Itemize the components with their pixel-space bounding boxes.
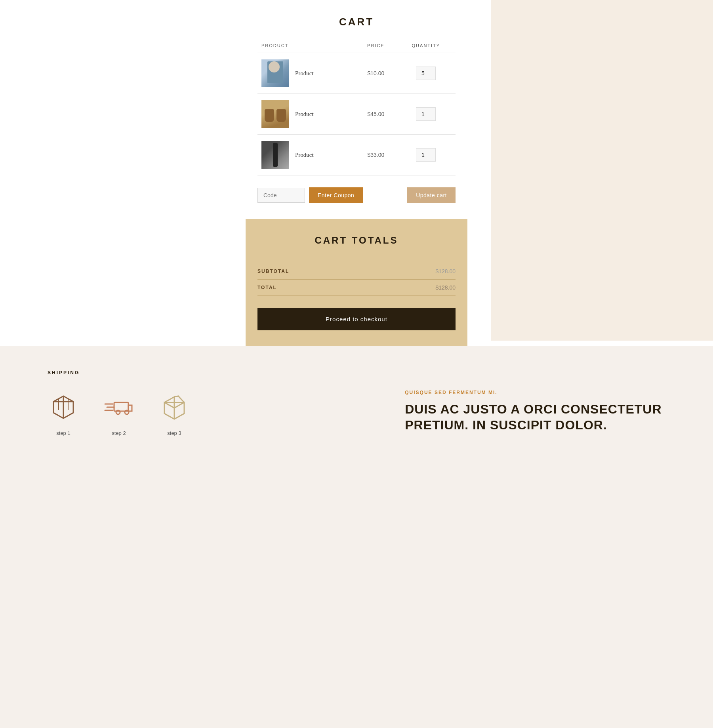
box-icon bbox=[48, 391, 79, 423]
product-image-1 bbox=[261, 59, 289, 87]
product-cell-1: Product bbox=[257, 53, 355, 94]
col-price: PRICE bbox=[355, 40, 397, 53]
totals-divider bbox=[257, 256, 456, 256]
cart-container: CART PRODUCT PRICE QUANTITY bbox=[246, 0, 467, 219]
promo-subtitle: QUISQUE SED FERMENTUM MI. bbox=[405, 390, 665, 395]
step-2-label: step 2 bbox=[112, 430, 126, 436]
shipping-step-3: step 3 bbox=[158, 391, 190, 436]
shipping-title: SHIPPING bbox=[48, 370, 373, 375]
open-box-icon bbox=[158, 391, 190, 423]
subtotal-label: SUBTOTAL bbox=[257, 269, 289, 274]
promo-section: QUISQUE SED FERMENTUM MI. DUIS AC JUSTO … bbox=[405, 370, 665, 433]
promo-heading: DUIS AC JUSTO A ORCI CONSECTETUR PRETIUM… bbox=[405, 401, 665, 433]
product-cell-3: Product bbox=[257, 135, 355, 175]
subtotal-value: $128.00 bbox=[435, 268, 456, 274]
truck-icon bbox=[103, 391, 135, 423]
product-price-2: $45.00 bbox=[355, 94, 397, 135]
product-name-1: Product bbox=[295, 70, 314, 77]
quantity-input-3[interactable] bbox=[416, 148, 436, 162]
total-value: $128.00 bbox=[435, 284, 456, 291]
quantity-input-1[interactable] bbox=[416, 67, 436, 80]
shipping-step-1: step 1 bbox=[48, 391, 79, 436]
proceed-to-checkout-button[interactable]: Proceed to checkout bbox=[257, 308, 456, 330]
right-background bbox=[491, 0, 713, 341]
bottom-section: SHIPPING step 1 bbox=[0, 346, 713, 468]
product-price-3: $33.00 bbox=[355, 135, 397, 175]
product-image-3 bbox=[261, 141, 289, 169]
table-row: Product $10.00 bbox=[257, 53, 456, 94]
product-image-2 bbox=[261, 100, 289, 128]
product-cell-2: Product bbox=[257, 94, 355, 135]
svg-point-10 bbox=[125, 410, 129, 414]
table-row: Product $45.00 bbox=[257, 94, 456, 135]
quantity-input-2[interactable] bbox=[416, 107, 436, 121]
total-row: TOTAL $128.00 bbox=[257, 280, 456, 296]
col-quantity: QUANTITY bbox=[397, 40, 456, 53]
product-name-2: Product bbox=[295, 111, 314, 118]
cart-table: PRODUCT PRICE QUANTITY Product bbox=[257, 40, 456, 175]
svg-point-9 bbox=[116, 410, 120, 414]
cart-totals-section: CART TOTALS SUBTOTAL $128.00 TOTAL $128.… bbox=[246, 219, 467, 346]
top-section: CART PRODUCT PRICE QUANTITY bbox=[0, 0, 713, 346]
product-price-1: $10.00 bbox=[355, 53, 397, 94]
update-cart-button[interactable]: Update cart bbox=[407, 187, 456, 203]
step-3-label: step 3 bbox=[167, 430, 181, 436]
product-name-3: Product bbox=[295, 152, 314, 158]
cart-totals-title: CART TOTALS bbox=[257, 235, 456, 246]
table-row: Product $33.00 bbox=[257, 135, 456, 175]
product-quantity-cell-1 bbox=[397, 53, 456, 94]
product-quantity-cell-2 bbox=[397, 94, 456, 135]
coupon-row: Enter Coupon Update cart bbox=[257, 183, 456, 207]
page-wrapper: CART PRODUCT PRICE QUANTITY bbox=[0, 0, 713, 468]
shipping-step-2: step 2 bbox=[103, 391, 135, 436]
shipping-section: SHIPPING step 1 bbox=[48, 370, 373, 436]
subtotal-row: SUBTOTAL $128.00 bbox=[257, 263, 456, 280]
product-quantity-cell-3 bbox=[397, 135, 456, 175]
step-1-label: step 1 bbox=[56, 430, 70, 436]
col-product: PRODUCT bbox=[257, 40, 355, 53]
coupon-code-input[interactable] bbox=[257, 188, 305, 203]
shipping-steps: step 1 bbox=[48, 391, 373, 436]
enter-coupon-button[interactable]: Enter Coupon bbox=[309, 187, 363, 203]
total-label: TOTAL bbox=[257, 285, 277, 290]
cart-title: CART bbox=[257, 16, 456, 28]
table-header-row: PRODUCT PRICE QUANTITY bbox=[257, 40, 456, 53]
